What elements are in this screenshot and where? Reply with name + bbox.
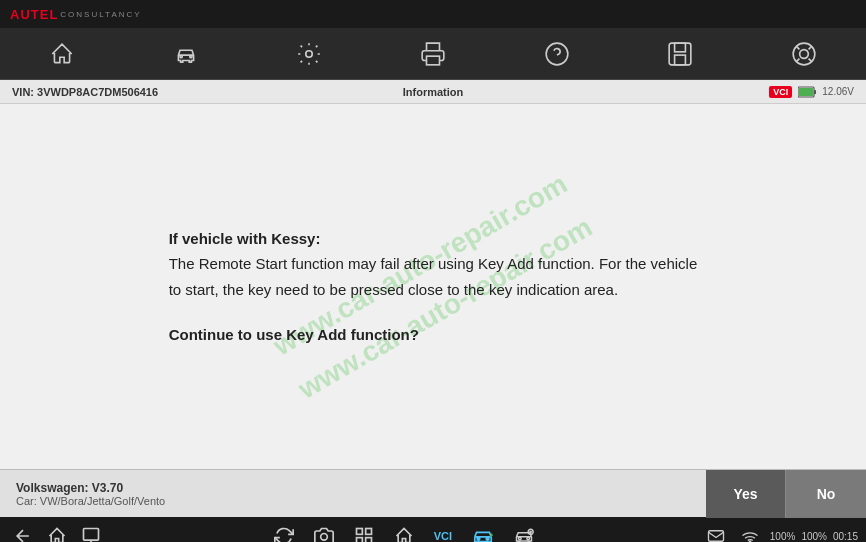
svg-point-29	[527, 537, 530, 540]
taskbar-message-icon[interactable]	[702, 526, 730, 542]
svg-rect-23	[365, 529, 371, 535]
svg-line-11	[796, 46, 799, 49]
message-box: If vehicle with Kessy: The Remote Start …	[109, 196, 758, 378]
status-right: VCI 12.06V	[573, 86, 854, 98]
save-nav-button[interactable]	[651, 33, 709, 75]
remote-nav-button[interactable]	[775, 33, 833, 75]
message-text: If vehicle with Kessy: The Remote Start …	[169, 226, 698, 348]
taskbar-refresh-button[interactable]	[269, 523, 299, 542]
svg-rect-33	[708, 531, 723, 542]
taskbar-car-active-button[interactable]	[467, 524, 499, 542]
battery-percentage: 100%	[801, 531, 827, 542]
no-button[interactable]: No	[786, 470, 866, 518]
svg-rect-3	[426, 56, 439, 65]
svg-rect-6	[670, 43, 692, 65]
status-bar: VIN: 3VWDP8AC7DM506416 Information VCI 1…	[0, 80, 866, 104]
taskbar-camera-button[interactable]	[309, 523, 339, 542]
page-title: Information	[293, 86, 574, 98]
bottom-info-bar: Volkswagen: V3.70 Car: VW/Bora/Jetta/Gol…	[0, 469, 866, 517]
svg-rect-24	[356, 538, 362, 542]
svg-point-27	[486, 537, 489, 540]
yes-button[interactable]: Yes	[706, 470, 786, 518]
settings-nav-button[interactable]	[280, 33, 338, 75]
svg-point-28	[519, 537, 522, 540]
svg-rect-17	[799, 88, 813, 96]
car-info: Volkswagen: V3.70 Car: VW/Bora/Jetta/Gol…	[0, 481, 706, 507]
car-nav-button[interactable]	[157, 33, 215, 75]
message-line2: The Remote Start function may fail after…	[169, 251, 698, 277]
message-line1: If vehicle with Kessy:	[169, 226, 698, 252]
brand-sub: CONSULTANCY	[60, 10, 141, 19]
battery-icon	[798, 86, 816, 98]
vin-display: VIN: 3VWDP8AC7DM506416	[12, 86, 293, 98]
message-line4: Continue to use Key Add function?	[169, 322, 698, 348]
taskbar-wifi-icon	[736, 526, 764, 542]
taskbar-left	[8, 523, 106, 542]
svg-rect-8	[675, 55, 686, 65]
system-time: 00:15	[833, 531, 858, 542]
taskbar-car2-button[interactable]	[509, 524, 539, 542]
taskbar: VCI	[0, 517, 866, 542]
svg-line-13	[809, 46, 812, 49]
svg-rect-22	[356, 529, 362, 535]
vci-badge: VCI	[769, 86, 792, 98]
svg-line-14	[796, 58, 799, 61]
main-content: www.car-auto-repair.com www.car-auto-rep…	[0, 104, 866, 469]
taskbar-grid-button[interactable]	[349, 523, 379, 542]
svg-point-0	[180, 55, 182, 57]
svg-rect-7	[675, 43, 686, 52]
svg-point-21	[320, 534, 327, 541]
taskbar-home2-button[interactable]	[389, 523, 419, 542]
car-brand-version: Volkswagen: V3.70	[16, 481, 690, 495]
svg-point-1	[189, 55, 191, 57]
brand-logo: AUTEL	[10, 7, 58, 22]
svg-rect-25	[365, 538, 371, 542]
back-button[interactable]	[8, 523, 38, 542]
svg-rect-18	[84, 529, 99, 541]
message-line3: to start, the key need to be pressed clo…	[169, 277, 698, 303]
taskbar-vci-button[interactable]: VCI	[429, 527, 457, 542]
svg-point-2	[306, 50, 313, 57]
wifi-percentage: 100%	[770, 531, 796, 542]
screenshot-button[interactable]	[76, 523, 106, 542]
car-models: Car: VW/Bora/Jetta/Golf/Vento	[16, 495, 690, 507]
voltage-display: 12.06V	[822, 86, 854, 97]
brand-bar: AUTEL CONSULTANCY	[0, 0, 866, 28]
svg-point-26	[477, 537, 480, 540]
svg-point-10	[800, 49, 809, 58]
help-nav-button[interactable]	[528, 33, 586, 75]
svg-line-12	[809, 58, 812, 61]
home-nav-button[interactable]	[33, 33, 91, 75]
taskbar-right: 100% 100% 00:15	[702, 526, 858, 542]
nav-toolbar	[0, 28, 866, 80]
taskbar-center: VCI	[269, 523, 539, 542]
taskbar-home-button[interactable]	[42, 523, 72, 542]
print-nav-button[interactable]	[404, 33, 462, 75]
svg-rect-16	[814, 90, 816, 94]
svg-point-4	[546, 43, 568, 65]
